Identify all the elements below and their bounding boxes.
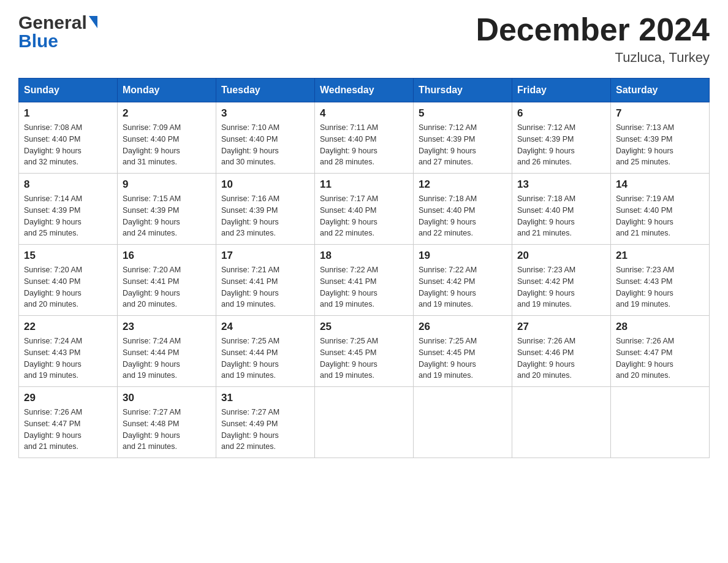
day-number: 26 <box>419 321 507 333</box>
day-info: Sunrise: 7:24 AMSunset: 4:44 PMDaylight:… <box>123 335 211 381</box>
day-cell-17: 17Sunrise: 7:21 AMSunset: 4:41 PMDayligh… <box>216 245 315 316</box>
day-info: Sunrise: 7:18 AMSunset: 4:40 PMDaylight:… <box>517 193 605 239</box>
day-number: 1 <box>24 107 112 120</box>
day-number: 13 <box>517 178 605 191</box>
weekday-header-wednesday: Wednesday <box>315 79 414 102</box>
month-title: December 2024 <box>476 12 710 47</box>
empty-cell <box>414 387 512 458</box>
week-row-2: 8Sunrise: 7:14 AMSunset: 4:39 PMDaylight… <box>19 174 710 245</box>
logo-general: General <box>18 12 87 33</box>
day-info: Sunrise: 7:09 AMSunset: 4:40 PMDaylight:… <box>123 122 211 168</box>
day-info: Sunrise: 7:27 AMSunset: 4:48 PMDaylight:… <box>123 407 211 453</box>
day-cell-12: 12Sunrise: 7:18 AMSunset: 4:40 PMDayligh… <box>414 174 512 245</box>
day-cell-8: 8Sunrise: 7:14 AMSunset: 4:39 PMDaylight… <box>19 174 118 245</box>
day-number: 24 <box>221 321 309 333</box>
day-info: Sunrise: 7:25 AMSunset: 4:44 PMDaylight:… <box>221 335 309 381</box>
day-number: 5 <box>419 107 507 120</box>
week-row-3: 15Sunrise: 7:20 AMSunset: 4:40 PMDayligh… <box>19 245 710 316</box>
day-info: Sunrise: 7:17 AMSunset: 4:40 PMDaylight:… <box>320 193 408 239</box>
empty-cell <box>315 387 414 458</box>
logo-blue: Blue <box>18 31 58 52</box>
day-cell-29: 29Sunrise: 7:26 AMSunset: 4:47 PMDayligh… <box>19 387 118 458</box>
location: Tuzluca, Turkey <box>476 50 710 66</box>
day-info: Sunrise: 7:18 AMSunset: 4:40 PMDaylight:… <box>419 193 507 239</box>
day-number: 30 <box>123 392 211 404</box>
day-cell-9: 9Sunrise: 7:15 AMSunset: 4:39 PMDaylight… <box>118 174 216 245</box>
day-cell-6: 6Sunrise: 7:12 AMSunset: 4:39 PMDaylight… <box>512 102 611 174</box>
day-number: 12 <box>419 178 507 191</box>
day-cell-22: 22Sunrise: 7:24 AMSunset: 4:43 PMDayligh… <box>19 316 118 387</box>
weekday-header-sunday: Sunday <box>19 79 118 102</box>
day-info: Sunrise: 7:26 AMSunset: 4:47 PMDaylight:… <box>616 335 704 381</box>
weekday-header-friday: Friday <box>512 79 611 102</box>
day-cell-1: 1Sunrise: 7:08 AMSunset: 4:40 PMDaylight… <box>19 102 118 174</box>
day-info: Sunrise: 7:12 AMSunset: 4:39 PMDaylight:… <box>419 122 507 168</box>
day-info: Sunrise: 7:19 AMSunset: 4:40 PMDaylight:… <box>616 193 704 239</box>
day-number: 28 <box>616 321 704 333</box>
weekday-header-thursday: Thursday <box>414 79 512 102</box>
day-number: 11 <box>320 178 408 191</box>
day-number: 20 <box>517 250 605 262</box>
day-cell-7: 7Sunrise: 7:13 AMSunset: 4:39 PMDaylight… <box>611 102 710 174</box>
day-cell-13: 13Sunrise: 7:18 AMSunset: 4:40 PMDayligh… <box>512 174 611 245</box>
empty-cell <box>512 387 611 458</box>
weekday-header-tuesday: Tuesday <box>216 79 315 102</box>
day-number: 18 <box>320 250 408 262</box>
day-number: 25 <box>320 321 408 333</box>
day-cell-24: 24Sunrise: 7:25 AMSunset: 4:44 PMDayligh… <box>216 316 315 387</box>
day-info: Sunrise: 7:25 AMSunset: 4:45 PMDaylight:… <box>320 335 408 381</box>
day-info: Sunrise: 7:21 AMSunset: 4:41 PMDaylight:… <box>221 264 309 310</box>
weekday-header-row: SundayMondayTuesdayWednesdayThursdayFrid… <box>19 79 710 102</box>
week-row-5: 29Sunrise: 7:26 AMSunset: 4:47 PMDayligh… <box>19 387 710 458</box>
day-cell-15: 15Sunrise: 7:20 AMSunset: 4:40 PMDayligh… <box>19 245 118 316</box>
day-cell-5: 5Sunrise: 7:12 AMSunset: 4:39 PMDaylight… <box>414 102 512 174</box>
day-number: 27 <box>517 321 605 333</box>
day-cell-28: 28Sunrise: 7:26 AMSunset: 4:47 PMDayligh… <box>611 316 710 387</box>
day-number: 17 <box>221 250 309 262</box>
day-cell-18: 18Sunrise: 7:22 AMSunset: 4:41 PMDayligh… <box>315 245 414 316</box>
logo-arrow-icon <box>89 16 97 28</box>
day-cell-19: 19Sunrise: 7:22 AMSunset: 4:42 PMDayligh… <box>414 245 512 316</box>
day-number: 21 <box>616 250 704 262</box>
day-info: Sunrise: 7:22 AMSunset: 4:41 PMDaylight:… <box>320 264 408 310</box>
day-number: 16 <box>123 250 211 262</box>
day-info: Sunrise: 7:10 AMSunset: 4:40 PMDaylight:… <box>221 122 309 168</box>
day-cell-3: 3Sunrise: 7:10 AMSunset: 4:40 PMDaylight… <box>216 102 315 174</box>
weekday-header-monday: Monday <box>118 79 216 102</box>
day-number: 2 <box>123 107 211 120</box>
day-number: 7 <box>616 107 704 120</box>
day-cell-16: 16Sunrise: 7:20 AMSunset: 4:41 PMDayligh… <box>118 245 216 316</box>
day-info: Sunrise: 7:23 AMSunset: 4:43 PMDaylight:… <box>616 264 704 310</box>
day-info: Sunrise: 7:23 AMSunset: 4:42 PMDaylight:… <box>517 264 605 310</box>
empty-cell <box>611 387 710 458</box>
day-info: Sunrise: 7:11 AMSunset: 4:40 PMDaylight:… <box>320 122 408 168</box>
day-cell-21: 21Sunrise: 7:23 AMSunset: 4:43 PMDayligh… <box>611 245 710 316</box>
day-cell-31: 31Sunrise: 7:27 AMSunset: 4:49 PMDayligh… <box>216 387 315 458</box>
day-number: 15 <box>24 250 112 262</box>
day-cell-10: 10Sunrise: 7:16 AMSunset: 4:39 PMDayligh… <box>216 174 315 245</box>
day-cell-25: 25Sunrise: 7:25 AMSunset: 4:45 PMDayligh… <box>315 316 414 387</box>
day-cell-27: 27Sunrise: 7:26 AMSunset: 4:46 PMDayligh… <box>512 316 611 387</box>
week-row-1: 1Sunrise: 7:08 AMSunset: 4:40 PMDaylight… <box>19 102 710 174</box>
day-info: Sunrise: 7:08 AMSunset: 4:40 PMDaylight:… <box>24 122 112 168</box>
day-number: 29 <box>24 392 112 404</box>
logo: General Blue <box>18 12 97 52</box>
day-info: Sunrise: 7:20 AMSunset: 4:40 PMDaylight:… <box>24 264 112 310</box>
day-info: Sunrise: 7:22 AMSunset: 4:42 PMDaylight:… <box>419 264 507 310</box>
day-info: Sunrise: 7:20 AMSunset: 4:41 PMDaylight:… <box>123 264 211 310</box>
day-info: Sunrise: 7:26 AMSunset: 4:47 PMDaylight:… <box>24 407 112 453</box>
day-number: 31 <box>221 392 309 404</box>
day-info: Sunrise: 7:26 AMSunset: 4:46 PMDaylight:… <box>517 335 605 381</box>
day-number: 22 <box>24 321 112 333</box>
day-info: Sunrise: 7:27 AMSunset: 4:49 PMDaylight:… <box>221 407 309 453</box>
day-number: 4 <box>320 107 408 120</box>
day-number: 3 <box>221 107 309 120</box>
day-number: 8 <box>24 178 112 191</box>
day-cell-23: 23Sunrise: 7:24 AMSunset: 4:44 PMDayligh… <box>118 316 216 387</box>
title-section: December 2024 Tuzluca, Turkey <box>476 12 710 66</box>
day-cell-4: 4Sunrise: 7:11 AMSunset: 4:40 PMDaylight… <box>315 102 414 174</box>
day-cell-2: 2Sunrise: 7:09 AMSunset: 4:40 PMDaylight… <box>118 102 216 174</box>
calendar-table: SundayMondayTuesdayWednesdayThursdayFrid… <box>18 78 710 458</box>
day-number: 23 <box>123 321 211 333</box>
day-number: 6 <box>517 107 605 120</box>
